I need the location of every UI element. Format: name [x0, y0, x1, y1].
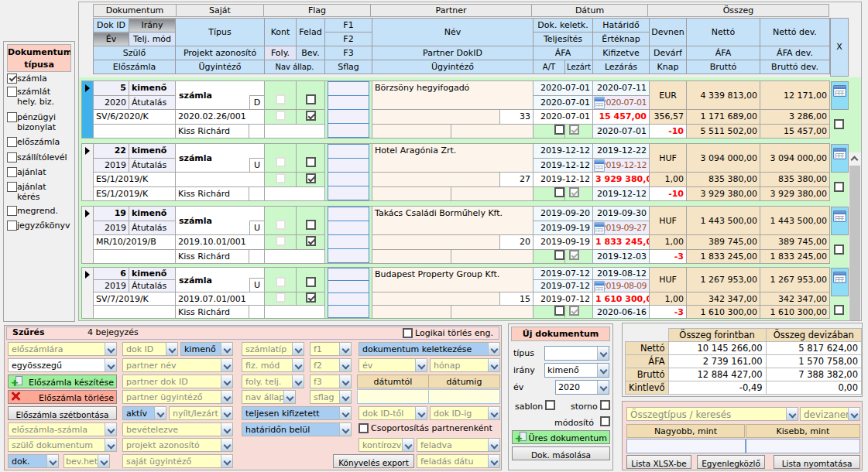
col-brutto-dev[interactable]: Bruttó dev.: [760, 60, 830, 74]
col-ev[interactable]: Év: [94, 32, 129, 46]
col-telj-mod[interactable]: Telj. mód: [129, 32, 176, 46]
cell-ugyintezo[interactable]: Kiss Richárd: [176, 249, 249, 264]
feladas-datuma-dropdown[interactable]: feladás dátu: [417, 454, 500, 468]
f3-input[interactable]: [328, 292, 369, 306]
col-afa-dev[interactable]: ÁFA dev.: [760, 46, 830, 60]
col-f3[interactable]: F3: [325, 46, 372, 60]
doc-type-checkbox[interactable]: [7, 206, 17, 216]
cell-lezart-flag[interactable]: [565, 124, 593, 139]
dropdown-arrow-icon[interactable]: [166, 343, 177, 355]
cell-afa[interactable]: 389 745,00: [687, 235, 760, 250]
cell-netto-dev[interactable]: 1 267 953,00: [760, 268, 830, 292]
cell-kifizetve[interactable]: 15 457,00: [593, 110, 650, 125]
cell-afa-datum[interactable]: 2019-07-12: [533, 292, 593, 306]
cell-ev[interactable]: 2019: [94, 158, 129, 173]
partner-dok-id-dropdown[interactable]: partner dok ID: [122, 375, 233, 388]
dropdown-arrow-icon[interactable]: [415, 407, 427, 419]
doc-type-checkbox[interactable]: [7, 221, 17, 231]
doc-type-checkbox[interactable]: [7, 167, 17, 177]
szulo-dokumentum-dropdown[interactable]: szülő dokumentum: [8, 438, 117, 452]
cell-at-flag[interactable]: [533, 306, 565, 319]
col-dok-keletk[interactable]: Dok. keletk.: [533, 19, 593, 32]
felad-checkbox[interactable]: [306, 94, 316, 104]
cell-brutto-dev[interactable]: 1 833 245,00: [760, 249, 830, 264]
dropdown-arrow-icon[interactable]: [221, 359, 232, 371]
cell-teljesites[interactable]: 2019-07-12: [533, 280, 593, 292]
cell-afa[interactable]: 835 380,00: [687, 173, 760, 187]
cell-irany[interactable]: kimenő: [129, 144, 176, 159]
cell-foly-flag[interactable]: [265, 173, 297, 187]
lezart-checkbox[interactable]: [569, 187, 579, 197]
col-devarf[interactable]: Devárf: [650, 46, 687, 60]
osszegtipus-dropdown[interactable]: Összegtípus / keresés: [626, 407, 798, 421]
cell-hatarido[interactable]: 2020-07-11: [593, 81, 650, 96]
cell-hatarido[interactable]: 2019-12-22: [593, 144, 650, 159]
felad-checkbox[interactable]: [306, 277, 316, 287]
cell-partner[interactable]: Budapest Property Group Kft.: [372, 268, 533, 292]
kontirozva-dropdown[interactable]: kontírozva: [359, 438, 414, 452]
sflag-input[interactable]: [328, 123, 369, 138]
sflag-input[interactable]: [328, 248, 369, 263]
f3-input[interactable]: [328, 234, 369, 249]
szamlatipus-dropdown[interactable]: számlatíp: [242, 342, 304, 356]
bev-checkbox[interactable]: [306, 111, 316, 121]
cell-bev-flag[interactable]: [297, 173, 325, 187]
col-eloszamla[interactable]: Előszámla: [94, 60, 176, 74]
cell-erteknap[interactable]: 2019-08-09: [593, 280, 650, 292]
dropdown-arrow-icon[interactable]: [221, 343, 232, 355]
col-erteknap[interactable]: Értéknap: [593, 32, 650, 46]
sidebar-item[interactable]: számla: [7, 74, 47, 84]
cell-lezart-flag[interactable]: [565, 249, 593, 264]
fiz-mod-dropdown[interactable]: fiz. mód: [242, 358, 304, 372]
at-checkbox[interactable]: [554, 125, 564, 135]
doc-type-checkbox[interactable]: [7, 182, 17, 192]
col-ugyintezo[interactable]: Ügyintéző: [176, 60, 265, 74]
dropdown-arrow-icon[interactable]: [154, 407, 166, 419]
cell-partner-dokid[interactable]: 20: [500, 235, 533, 250]
cell-kont-flag[interactable]: [265, 268, 297, 292]
record-calendar-button[interactable]: [831, 81, 849, 110]
dropdown-arrow-icon[interactable]: [488, 455, 499, 467]
cell-ugyintezo[interactable]: Kiss Richárd: [176, 186, 249, 201]
egyenlegkozlo-button[interactable]: Egyenlegközlő: [697, 455, 765, 469]
f2-input[interactable]: [328, 95, 369, 110]
foly-telj-dropdown[interactable]: foly. telj.: [242, 375, 304, 388]
cell-devarf[interactable]: 356,57: [650, 110, 687, 125]
foly-checkbox[interactable]: [276, 236, 286, 246]
cell-ev[interactable]: 2019: [94, 280, 129, 292]
cell-afa[interactable]: 342 347,00: [687, 292, 760, 306]
cell-szulo[interactable]: SV/6/2020/K: [94, 110, 176, 125]
sidebar-item[interactable]: pénzügyibizonylat: [7, 112, 56, 132]
irany-select[interactable]: kimenő: [544, 363, 609, 378]
cell-knap[interactable]: -10: [650, 186, 687, 201]
nyilt-lezart-dropdown[interactable]: nyílt/lezárt: [169, 406, 233, 420]
dropdown-arrow-icon[interactable]: [339, 343, 351, 355]
dok-dropdown[interactable]: dok.: [8, 454, 59, 468]
cell-brutto-dev[interactable]: 1 610 300,00: [760, 306, 830, 319]
dropdown-arrow-icon[interactable]: [292, 375, 304, 388]
cell-lezaras[interactable]: 2019-12-12: [593, 186, 650, 201]
nav-allap-dropdown[interactable]: nav állap: [242, 390, 296, 404]
f2-input[interactable]: [328, 280, 369, 293]
col-afa2[interactable]: ÁFA: [687, 46, 760, 60]
dropdown-arrow-icon[interactable]: [597, 347, 609, 360]
kisebb-mint-input[interactable]: [746, 439, 860, 453]
col-sflag[interactable]: Sflag: [325, 60, 372, 74]
dropdown-arrow-icon[interactable]: [221, 423, 232, 436]
cell-afa-dev[interactable]: 389 745,00: [760, 235, 830, 250]
kont-checkbox[interactable]: [276, 277, 286, 287]
cell-partner-dokid[interactable]: 33: [500, 110, 533, 125]
egyosszegu-dropdown[interactable]: egyösszegű: [8, 358, 117, 372]
dropdown-arrow-icon[interactable]: [339, 423, 351, 436]
cell-eloszamla[interactable]: ES/1/2019/K: [94, 186, 176, 201]
dropdown-arrow-icon[interactable]: [339, 375, 351, 388]
sidebar-item[interactable]: szállítólevél: [7, 152, 67, 162]
col-afa[interactable]: ÁFA: [533, 46, 593, 60]
col-netto-dev[interactable]: Nettó dev.: [760, 19, 830, 46]
cell-afa-dev[interactable]: 3 286,00: [760, 110, 830, 125]
foly-checkbox[interactable]: [276, 292, 286, 303]
f2-input[interactable]: [328, 221, 369, 235]
cell-afa-dev[interactable]: 835 380,00: [760, 173, 830, 187]
cell-projekt[interactable]: [176, 173, 265, 187]
col-partner-dokid[interactable]: Partner DokID: [372, 46, 533, 60]
